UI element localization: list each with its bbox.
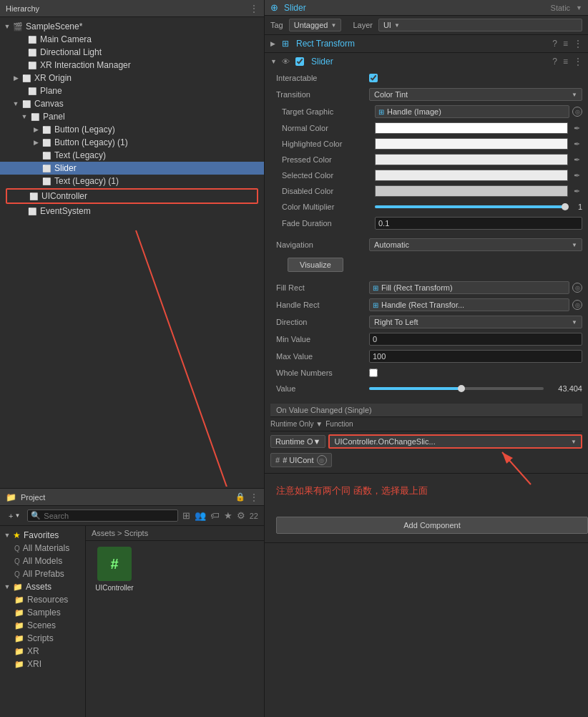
handle-rect-ref[interactable]: ⊞ Handle (Rect Transfor...: [369, 298, 569, 311]
hierarchy-item-slider[interactable]: Slider: [0, 162, 264, 175]
navigation-dropdown[interactable]: Automatic ▼: [369, 238, 582, 251]
normal-color-eyedropper[interactable]: ✒: [571, 122, 582, 134]
slider-menu-icon[interactable]: ⋮: [574, 57, 582, 67]
fade-duration-input[interactable]: [375, 217, 582, 230]
all-models-item[interactable]: Q All Models: [0, 555, 85, 567]
layer-dropdown[interactable]: UI: [378, 19, 582, 31]
color-multiplier-slider[interactable]: [375, 205, 565, 208]
whole-numbers-checkbox[interactable]: [369, 369, 378, 377]
tag-dropdown[interactable]: Untagged: [289, 19, 342, 31]
slider-help-icon[interactable]: ?: [552, 57, 557, 67]
filter-icon[interactable]: ⚙: [237, 510, 245, 521]
project-menu-icon[interactable]: ⋮: [250, 492, 258, 502]
assets-header[interactable]: 📁 Assets: [0, 580, 85, 593]
tag-value: Untagged: [294, 21, 328, 29]
hierarchy-menu-icon[interactable]: ⋮: [250, 4, 258, 14]
transition-value: Color Tint: [374, 90, 408, 99]
hierarchy-item-button-legacy-1[interactable]: Button (Legacy) (1): [0, 136, 264, 149]
selected-color-eyedropper[interactable]: ✒: [571, 170, 582, 181]
all-materials-label: All Materials: [23, 543, 69, 553]
eye-icon[interactable]: 👁: [282, 57, 290, 66]
add-component-button[interactable]: Add Component: [276, 517, 588, 534]
method-dropdown[interactable]: UIController.OnChangeSlic... ▼: [328, 434, 582, 449]
expand-icon: [11, 99, 20, 108]
selected-color-swatch[interactable]: [375, 170, 568, 181]
file-name-label: UIController: [95, 584, 133, 592]
folder-icon-assets: 📁: [13, 582, 23, 592]
min-value-input[interactable]: [369, 333, 582, 346]
hierarchy-item-button-legacy[interactable]: Button (Legacy): [0, 123, 264, 136]
visualize-button[interactable]: Visualize: [288, 258, 343, 272]
runtime-label: Runtime O▼: [275, 437, 320, 446]
static-label: Static: [551, 4, 571, 12]
hierarchy-item-canvas[interactable]: Canvas: [0, 97, 264, 110]
assets-xri[interactable]: 📁 XRI: [0, 658, 85, 670]
whole-numbers-label: Whole Numbers: [276, 369, 369, 377]
add-button[interactable]: + ▼: [6, 510, 23, 522]
hierarchy-item-scene[interactable]: 🎬 SampleScene*: [0, 20, 264, 33]
color-multiplier-label: Color Multiplier: [282, 203, 375, 211]
thumbnail-icon[interactable]: ⊞: [182, 510, 190, 521]
disabled-color-swatch[interactable]: [375, 185, 568, 197]
favorites-label: Favorites: [24, 530, 59, 540]
hierarchy-item-ui-controller[interactable]: UIController: [6, 188, 258, 204]
all-prefabs-item[interactable]: Q All Prefabs: [0, 567, 85, 580]
slider-settings-icon[interactable]: ≡: [563, 57, 568, 67]
assets-xr[interactable]: 📁 XR: [0, 645, 85, 658]
item-label: Slider: [54, 163, 77, 173]
file-item-ui-controller[interactable]: # UIController: [92, 547, 137, 592]
hierarchy-item-panel[interactable]: Panel: [0, 110, 264, 123]
pressed-color-swatch[interactable]: [375, 154, 568, 165]
assets-resources[interactable]: 📁 Resources: [0, 593, 85, 606]
search-input[interactable]: [44, 512, 174, 520]
event-list-header: On Value Changed (Single): [270, 404, 582, 417]
static-arrow[interactable]: ▼: [576, 4, 582, 11]
hierarchy-item-main-camera[interactable]: Main Camera: [0, 33, 264, 46]
hierarchy-item-xr-origin[interactable]: XR Origin: [0, 72, 264, 84]
item-label: Main Camera: [40, 34, 92, 44]
target-graphic-row: Target Graphic ⊞ Handle (Image) ◎: [265, 103, 588, 120]
hierarchy-item-plane[interactable]: Plane: [0, 84, 264, 97]
fill-ref-icon: ⊞: [373, 284, 378, 292]
hierarchy-item-xr-interaction[interactable]: XR Interaction Manager: [0, 59, 264, 72]
rect-transform-header[interactable]: ⊞ Rect Transform ? ≡ ⋮: [265, 35, 588, 52]
event-column-function: Function: [325, 420, 353, 428]
runtime-dropdown[interactable]: Runtime O▼: [270, 435, 325, 448]
group-icon[interactable]: 👥: [195, 510, 206, 521]
hierarchy-item-text-legacy-1[interactable]: Text (Legacy) (1): [0, 175, 264, 187]
favorite-icon[interactable]: ★: [224, 510, 232, 521]
normal-color-swatch[interactable]: [375, 122, 568, 134]
slider-enabled-checkbox[interactable]: [295, 57, 304, 66]
rect-settings-icon[interactable]: ≡: [563, 39, 568, 49]
assets-scripts[interactable]: 📁 Scripts: [0, 632, 85, 645]
max-value-input[interactable]: [369, 350, 582, 363]
highlighted-color-eyedropper[interactable]: ✒: [571, 138, 582, 150]
value-slider[interactable]: [369, 387, 544, 390]
target-graphic-picker[interactable]: ◎: [572, 107, 582, 117]
navigation-arrow: ▼: [572, 242, 577, 248]
favorites-header[interactable]: ★ Favorites: [0, 529, 85, 542]
target-graphic-ref[interactable]: ⊞ Handle (Image): [375, 105, 569, 118]
rect-help-icon[interactable]: ?: [552, 39, 557, 49]
disabled-color-eyedropper[interactable]: ✒: [571, 185, 582, 197]
pressed-color-eyedropper[interactable]: ✒: [571, 154, 582, 165]
direction-dropdown[interactable]: Right To Left ▼: [369, 316, 582, 328]
hierarchy-item-text-legacy[interactable]: Text (Legacy): [0, 149, 264, 162]
highlighted-color-swatch[interactable]: [375, 138, 568, 150]
hierarchy-item-event-system[interactable]: EventSystem: [0, 205, 264, 218]
transition-dropdown[interactable]: Color Tint ▼: [369, 88, 582, 101]
interactable-checkbox[interactable]: [369, 74, 378, 82]
rect-menu-icon[interactable]: ⋮: [574, 39, 582, 49]
obj-ref-small[interactable]: # # UICont ◎: [270, 453, 332, 467]
assets-scenes[interactable]: 📁 Scenes: [0, 619, 85, 632]
fill-rect-ref[interactable]: ⊞ Fill (Rect Transform): [369, 281, 569, 294]
handle-rect-picker[interactable]: ◎: [572, 300, 582, 310]
assets-samples[interactable]: 📁 Samples: [0, 606, 85, 619]
hierarchy-item-directional-light[interactable]: Directional Light: [0, 46, 264, 59]
fill-rect-value: Fill (Rect Transform): [381, 283, 453, 292]
fill-rect-picker[interactable]: ◎: [572, 283, 582, 293]
tag-icon[interactable]: 🏷: [210, 510, 220, 521]
obj-picker[interactable]: ◎: [317, 455, 327, 465]
slider-header[interactable]: 👁 Slider ? ≡ ⋮: [265, 53, 588, 70]
all-materials-item[interactable]: Q All Materials: [0, 542, 85, 555]
